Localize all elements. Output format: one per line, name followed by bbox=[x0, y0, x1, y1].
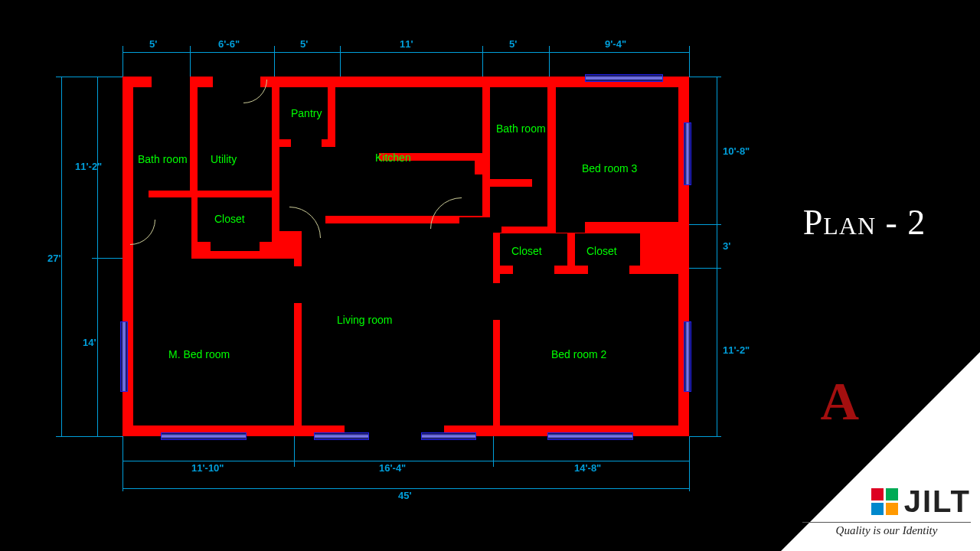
window-icon bbox=[684, 122, 691, 185]
dim-bot-1: 16'-4" bbox=[379, 462, 406, 474]
tick bbox=[689, 77, 721, 77]
tick bbox=[56, 77, 97, 77]
room-label-closet3: Closet bbox=[586, 245, 617, 257]
window-icon bbox=[421, 432, 476, 440]
dim-left-0: 11'-2" bbox=[75, 161, 102, 172]
tick bbox=[122, 46, 123, 77]
room-label-bed2: Bed room 2 bbox=[551, 348, 606, 360]
brand-name: JILT bbox=[904, 484, 971, 519]
dim-top-4: 5' bbox=[509, 38, 517, 50]
window-icon bbox=[547, 432, 633, 440]
dim-bot-0: 11'-10" bbox=[191, 462, 224, 474]
tick bbox=[274, 46, 275, 77]
tick bbox=[56, 436, 97, 437]
brand-logo: JILT bbox=[871, 484, 971, 519]
tick bbox=[92, 258, 122, 259]
dim-top-0: 5' bbox=[149, 38, 157, 50]
tick bbox=[689, 224, 721, 225]
tick bbox=[294, 436, 295, 467]
window-icon bbox=[314, 432, 369, 440]
brand-tagline: Quality is our Identity bbox=[802, 522, 971, 537]
tick bbox=[689, 268, 721, 269]
tick bbox=[549, 46, 550, 77]
tick bbox=[190, 46, 191, 77]
brand-grid-icon bbox=[871, 488, 898, 515]
dim-top-2: 5' bbox=[300, 38, 308, 50]
dim-top-5: 9'-4" bbox=[605, 38, 626, 50]
page-title: Plan - 2 bbox=[761, 202, 968, 243]
dim-line-top bbox=[122, 52, 689, 53]
tick bbox=[493, 436, 494, 467]
room-label-master: M. Bed room bbox=[168, 348, 230, 360]
tick bbox=[689, 436, 721, 437]
dim-left-1: 14' bbox=[83, 337, 96, 348]
dim-left-outer: 27' bbox=[47, 253, 61, 264]
dim-line-bot-outer bbox=[122, 488, 689, 489]
room-label-bath1: Bath room bbox=[138, 153, 188, 165]
tick bbox=[689, 461, 690, 491]
room-label-kitchen: Kitchen bbox=[375, 152, 411, 164]
room-label-bath2: Bath room bbox=[496, 122, 546, 135]
corner-triangle bbox=[781, 352, 980, 551]
dim-right-2: 11'-2" bbox=[723, 344, 750, 356]
dim-bot-2: 14'-8" bbox=[574, 462, 601, 474]
room-label-utility: Utility bbox=[211, 153, 237, 165]
dim-bot-outer: 45' bbox=[398, 490, 412, 501]
room-label-closet1: Closet bbox=[214, 213, 245, 225]
dim-line-bot-inner bbox=[122, 461, 689, 461]
tick bbox=[122, 461, 123, 491]
dim-line-left-inner bbox=[97, 77, 98, 436]
room-label-closet2: Closet bbox=[511, 245, 542, 257]
autocad-logo-icon: A bbox=[820, 371, 859, 432]
window-icon bbox=[120, 321, 128, 392]
window-icon bbox=[684, 321, 691, 392]
dim-top-1: 6'-6" bbox=[218, 38, 240, 50]
dim-line-right bbox=[717, 77, 717, 436]
dim-right-1: 3' bbox=[723, 240, 730, 252]
window-icon bbox=[161, 432, 247, 440]
room-label-pantry: Pantry bbox=[291, 107, 322, 119]
window-icon bbox=[585, 74, 663, 82]
dim-line-left-outer bbox=[61, 77, 62, 436]
tick bbox=[689, 46, 690, 77]
dim-right-0: 10'-8" bbox=[723, 145, 750, 157]
room-label-living: Living room bbox=[337, 314, 392, 326]
room-label-bed3: Bed room 3 bbox=[582, 162, 637, 174]
tick bbox=[340, 46, 341, 77]
tick bbox=[482, 46, 483, 77]
dim-top-3: 11' bbox=[400, 38, 413, 50]
